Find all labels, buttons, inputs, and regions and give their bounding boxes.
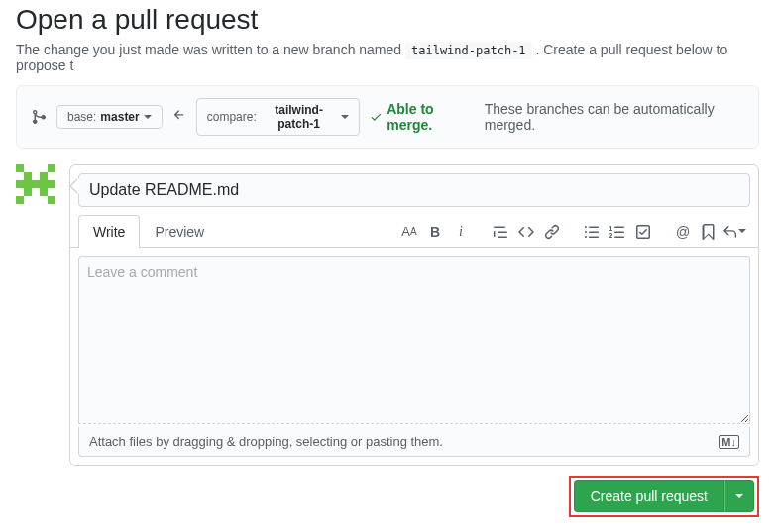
reply-icon[interactable]	[722, 220, 746, 244]
base-label: base:	[67, 110, 96, 124]
arrow-left-icon	[172, 108, 186, 126]
avatar	[16, 164, 55, 204]
caret-down-icon	[341, 115, 349, 123]
svg-rect-6	[24, 180, 32, 188]
create-pr-button[interactable]: Create pull request	[574, 480, 724, 512]
list-ul-icon[interactable]	[580, 220, 604, 244]
link-icon[interactable]	[540, 220, 564, 244]
comment-textarea[interactable]	[78, 256, 750, 424]
create-pr-dropdown[interactable]	[724, 480, 754, 512]
svg-rect-12	[16, 196, 24, 204]
tab-preview[interactable]: Preview	[140, 215, 219, 248]
page-title: Open a pull request	[16, 4, 759, 36]
tasklist-icon[interactable]	[631, 220, 655, 244]
compare-branch-name: tailwind-patch-1	[261, 103, 338, 131]
attach-text: Attach files by dragging & dropping, sel…	[89, 434, 443, 449]
code-icon[interactable]	[514, 220, 538, 244]
base-branch-button[interactable]: base: master	[56, 105, 163, 129]
highlight-box: Create pull request	[569, 476, 759, 517]
heading-icon[interactable]: AA	[397, 220, 421, 244]
svg-rect-5	[16, 180, 24, 188]
mention-icon[interactable]: @	[671, 220, 695, 244]
comment-box: Write Preview AA B i	[69, 164, 759, 466]
md-toolbar: AA B i @	[386, 220, 750, 244]
svg-rect-9	[48, 180, 55, 188]
subhead-before: The change you just made was written to …	[16, 42, 405, 57]
branch-code: tailwind-patch-1	[405, 42, 532, 59]
compare-label: compare:	[207, 110, 257, 124]
svg-rect-8	[40, 180, 48, 188]
svg-rect-10	[24, 188, 32, 196]
svg-rect-2	[48, 164, 55, 172]
svg-rect-1	[16, 164, 24, 172]
list-ol-icon[interactable]	[606, 220, 629, 244]
pr-title-input[interactable]	[78, 173, 750, 207]
tab-write[interactable]: Write	[78, 215, 140, 248]
base-branch-name: master	[100, 110, 139, 124]
bold-icon[interactable]: B	[423, 220, 447, 244]
compare-box: base: master compare: tailwind-patch-1 A…	[16, 85, 759, 149]
caret-down-icon	[144, 115, 152, 123]
svg-rect-11	[40, 188, 48, 196]
attach-hint[interactable]: Attach files by dragging & dropping, sel…	[78, 427, 750, 457]
svg-rect-3	[24, 172, 32, 180]
merge-status: Able to merge.	[370, 101, 474, 133]
caret-down-icon	[735, 494, 743, 502]
compare-branch-button[interactable]: compare: tailwind-patch-1	[196, 98, 361, 136]
merge-status-text: These branches can be automatically merg…	[485, 101, 744, 133]
svg-rect-13	[48, 196, 55, 204]
svg-rect-7	[32, 180, 40, 188]
svg-rect-4	[40, 172, 48, 180]
merge-status-strong: Able to merge.	[387, 101, 475, 133]
quote-icon[interactable]	[489, 220, 512, 244]
check-icon	[370, 110, 383, 124]
saved-reply-icon[interactable]	[697, 220, 720, 244]
page-subhead: The change you just made was written to …	[16, 42, 759, 73]
markdown-icon[interactable]: M↓	[719, 435, 739, 449]
italic-icon[interactable]: i	[449, 220, 473, 244]
compare-icon	[31, 109, 47, 125]
